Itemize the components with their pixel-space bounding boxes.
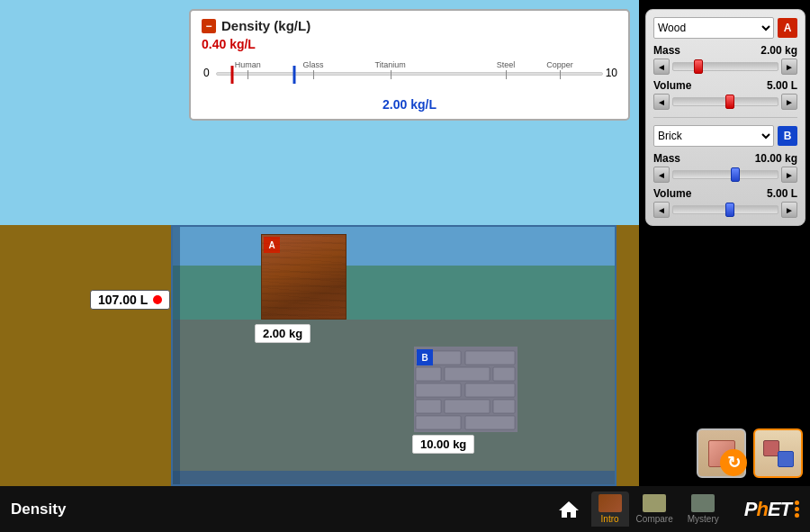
phet-logo-text: PhET bbox=[744, 498, 791, 521]
refresh-button[interactable]: ↻ bbox=[720, 449, 747, 476]
volume-a-track[interactable] bbox=[672, 97, 778, 106]
mass-a-thumb[interactable] bbox=[694, 59, 703, 74]
object-b-mass-label: 10.00 kg bbox=[412, 435, 474, 454]
mass-b-header: Mass 10.00 kg bbox=[653, 152, 797, 165]
svg-rect-10 bbox=[493, 400, 515, 413]
right-panel: Wood Styrofoam Ice Brick Aluminum Steel … bbox=[645, 9, 806, 226]
volume-a-decrease[interactable]: ◄ bbox=[653, 94, 670, 110]
svg-rect-5 bbox=[493, 367, 515, 381]
phet-dot-2 bbox=[795, 507, 799, 511]
water-volume-value: 107.00 L bbox=[98, 293, 148, 307]
volume-b-track[interactable] bbox=[672, 205, 778, 214]
mass-b-decrease[interactable]: ◄ bbox=[653, 167, 670, 183]
tab-intro[interactable]: Intro bbox=[591, 491, 629, 527]
density-scale-bar: Human Glass Titanium Steel Copper bbox=[216, 72, 603, 76]
phet-dot-1 bbox=[795, 500, 799, 505]
compare-icon-b bbox=[778, 451, 794, 467]
material-a-row: Wood Styrofoam Ice Brick Aluminum Steel … bbox=[653, 17, 797, 39]
volume-a-increase[interactable]: ► bbox=[781, 94, 797, 110]
material-a-select[interactable]: Wood Styrofoam Ice Brick Aluminum Steel … bbox=[653, 17, 774, 39]
mass-a-header: Mass 2.00 kg bbox=[653, 44, 797, 57]
density-value-a: 0.40 kg/L bbox=[202, 37, 617, 51]
mass-b-track[interactable] bbox=[672, 170, 778, 179]
scale-max: 10 bbox=[606, 67, 617, 79]
svg-rect-3 bbox=[416, 367, 441, 381]
compare-icon bbox=[763, 440, 794, 467]
material-b-row: Brick Wood Styrofoam Ice Aluminum Steel … bbox=[653, 125, 797, 147]
volume-b-header: Volume 5.00 L bbox=[653, 187, 797, 200]
tab-compare[interactable]: Compare bbox=[629, 491, 680, 527]
mass-b-thumb[interactable] bbox=[731, 167, 740, 182]
density-panel-minimize[interactable]: − bbox=[202, 19, 216, 33]
mystery-tab-icon bbox=[691, 494, 715, 512]
compare-tab-label: Compare bbox=[636, 514, 673, 524]
density-marker-b bbox=[292, 66, 295, 84]
ground-left bbox=[0, 225, 171, 487]
density-panel-header: − Density (kg/L) bbox=[202, 18, 617, 33]
mass-a-increase[interactable]: ► bbox=[781, 59, 797, 75]
mystery-tab-label: Mystery bbox=[688, 514, 719, 524]
phet-logo: PhET bbox=[744, 498, 799, 521]
bottom-bar: Density Intro Compare Mystery PhET bbox=[0, 486, 810, 532]
volume-a-thumb[interactable] bbox=[725, 95, 734, 109]
svg-rect-12 bbox=[465, 416, 515, 429]
svg-rect-6 bbox=[416, 383, 461, 397]
svg-marker-13 bbox=[559, 501, 579, 518]
home-icon bbox=[557, 500, 580, 519]
volume-b-section: Volume 5.00 L ◄ ► bbox=[653, 187, 797, 218]
volume-b-thumb[interactable] bbox=[725, 203, 734, 217]
view-mode-buttons bbox=[697, 428, 803, 478]
tick-steel bbox=[506, 70, 507, 79]
mass-a-track[interactable] bbox=[672, 62, 778, 71]
mass-a-decrease[interactable]: ◄ bbox=[653, 59, 670, 75]
object-b-block[interactable]: B bbox=[414, 347, 518, 432]
density-value-b: 2.00 kg/L bbox=[202, 97, 617, 112]
ground-right bbox=[616, 225, 639, 487]
object-b-badge: B bbox=[417, 349, 433, 365]
panel-divider bbox=[653, 117, 797, 118]
scale-label-titanium: Titanium bbox=[375, 60, 406, 69]
svg-rect-8 bbox=[416, 400, 441, 413]
mass-b-increase[interactable]: ► bbox=[781, 167, 797, 183]
volume-a-header: Volume 5.00 L bbox=[653, 79, 797, 92]
tank-floor bbox=[173, 471, 615, 484]
compare-mode-btn[interactable] bbox=[753, 428, 803, 478]
object-a-mass-label: 2.00 kg bbox=[255, 324, 310, 343]
svg-rect-4 bbox=[445, 367, 490, 381]
volume-b-decrease[interactable]: ◄ bbox=[653, 202, 670, 218]
intro-tab-icon bbox=[598, 494, 622, 512]
volume-a-section: Volume 5.00 L ◄ ► bbox=[653, 79, 797, 110]
phet-dots bbox=[795, 500, 799, 518]
density-marker-a bbox=[231, 66, 234, 84]
nav-home[interactable] bbox=[546, 497, 591, 522]
tab-mystery[interactable]: Mystery bbox=[680, 491, 726, 527]
tick-glass bbox=[313, 70, 314, 79]
bottom-title: Density bbox=[11, 500, 66, 518]
compare-icon-a bbox=[763, 440, 779, 456]
compare-tab-icon bbox=[643, 494, 666, 512]
water-volume-label: 107.00 L bbox=[90, 290, 170, 310]
tick-human bbox=[248, 70, 248, 79]
mass-b-section: Mass 10.00 kg ◄ ► bbox=[653, 152, 797, 183]
mass-a-section: Mass 2.00 kg ◄ ► bbox=[653, 44, 797, 75]
density-panel: − Density (kg/L) 0.40 kg/L 0 Human Glass… bbox=[189, 9, 630, 121]
object-a-block[interactable]: A bbox=[261, 234, 346, 320]
wood-grain bbox=[262, 235, 346, 319]
volume-b-increase[interactable]: ► bbox=[781, 202, 797, 218]
density-scale-container: 0 Human Glass Titanium Steel Copper 10 bbox=[202, 54, 617, 95]
badge-a: A bbox=[778, 18, 797, 38]
water-indicator-dot bbox=[153, 295, 162, 304]
density-panel-title: Density (kg/L) bbox=[221, 18, 310, 33]
svg-rect-11 bbox=[416, 416, 461, 429]
volume-b-slider-row: ◄ ► bbox=[653, 202, 797, 218]
volume-a-slider-row: ◄ ► bbox=[653, 94, 797, 110]
phet-dot-3 bbox=[795, 513, 799, 518]
badge-b: B bbox=[778, 126, 797, 146]
scale-label-glass: Glass bbox=[302, 60, 323, 69]
tick-copper bbox=[560, 70, 561, 79]
tank-left-wall bbox=[173, 227, 180, 484]
tick-titanium bbox=[391, 70, 392, 79]
scale-min: 0 bbox=[203, 67, 210, 79]
material-b-select[interactable]: Brick Wood Styrofoam Ice Aluminum Steel … bbox=[653, 125, 774, 147]
scale-label-copper: Copper bbox=[546, 60, 573, 69]
